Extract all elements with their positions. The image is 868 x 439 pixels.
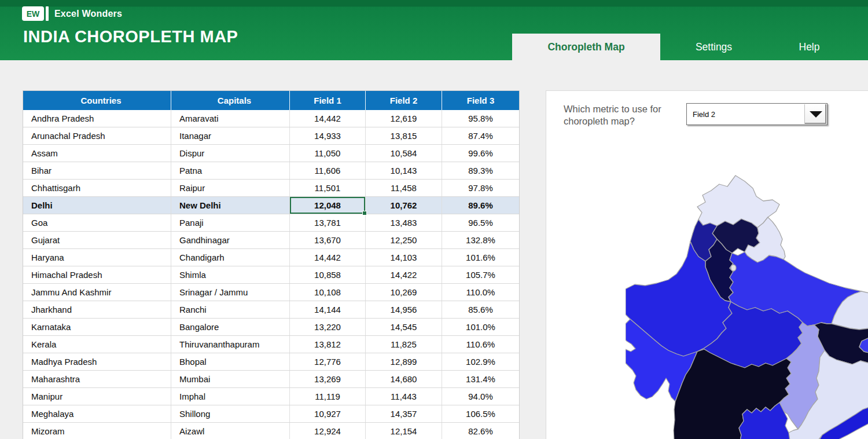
cell[interactable]: 96.5%	[442, 214, 519, 231]
cell[interactable]: Patna	[171, 162, 290, 179]
table-row-delhi[interactable]: DelhiNew Delhi12,04810,76289.6%	[23, 197, 519, 214]
cell[interactable]: 89.6%	[442, 197, 519, 214]
cell[interactable]: Kerala	[23, 336, 171, 353]
cell[interactable]: 13,220	[290, 319, 366, 335]
table-row-bihar[interactable]: BiharPatna11,60610,14389.3%	[23, 162, 519, 180]
cell[interactable]: 14,357	[366, 405, 442, 422]
cell[interactable]: 13,781	[290, 214, 366, 231]
cell[interactable]: 11,458	[366, 180, 442, 196]
cell[interactable]: Andhra Pradesh	[23, 110, 171, 127]
cell[interactable]: Madhya Pradesh	[23, 353, 171, 370]
cell[interactable]: 101.6%	[442, 249, 519, 266]
cell[interactable]: 10,858	[290, 266, 366, 283]
cell[interactable]: 101.0%	[442, 319, 519, 335]
cell[interactable]: 102.9%	[442, 353, 519, 370]
metric-dropdown-button[interactable]	[804, 104, 826, 124]
cell[interactable]: Bhopal	[171, 353, 290, 370]
cell[interactable]: 110.0%	[442, 284, 519, 301]
cell[interactable]: Assam	[23, 145, 171, 162]
table-row-kerala[interactable]: KeralaThiruvananthapuram13,81211,825110.…	[23, 336, 519, 353]
cell[interactable]: Delhi	[23, 197, 171, 214]
cell[interactable]: 106.5%	[442, 405, 519, 422]
cell[interactable]: 97.8%	[442, 180, 519, 196]
tab-choropleth-map[interactable]: Choropleth Map	[512, 34, 660, 60]
cell[interactable]: New Delhi	[171, 197, 290, 214]
table-row-meghalaya[interactable]: MeghalayaShillong10,92714,357106.5%	[23, 405, 519, 423]
cell[interactable]: 14,103	[366, 249, 442, 266]
table-row-jharkhand[interactable]: JharkhandRanchi14,14414,95685.6%	[23, 301, 519, 319]
tab-settings[interactable]: Settings	[660, 34, 767, 60]
cell[interactable]: Chhattisgarh	[23, 180, 171, 196]
cell[interactable]: 14,933	[290, 127, 366, 144]
cell[interactable]: 10,584	[366, 145, 442, 162]
cell[interactable]: Bihar	[23, 162, 171, 179]
cell[interactable]: Gujarat	[23, 232, 171, 248]
cell[interactable]: Shillong	[171, 405, 290, 422]
cell[interactable]: 85.6%	[442, 301, 519, 318]
cell[interactable]: Himachal Pradesh	[23, 266, 171, 283]
cell[interactable]: 89.3%	[442, 162, 519, 179]
cell[interactable]: 10,269	[366, 284, 442, 301]
column-header-countries[interactable]: Countries	[23, 91, 171, 110]
cell[interactable]: 10,108	[290, 284, 366, 301]
cell[interactable]: 13,670	[290, 232, 366, 248]
cell[interactable]: 14,545	[366, 319, 442, 335]
cell[interactable]: Amaravati	[171, 110, 290, 127]
cell[interactable]: 12,619	[366, 110, 442, 127]
cell[interactable]: Gandhinagar	[171, 232, 290, 248]
table-row-arunachal-pradesh[interactable]: Arunachal PradeshItanagar14,93313,81587.…	[23, 127, 519, 145]
cell[interactable]: 13,269	[290, 371, 366, 387]
table-row-jammu-and-kashmir[interactable]: Jammu And KashmirSrinagar / Jammu10,1081…	[23, 284, 519, 301]
cell[interactable]: 10,927	[290, 405, 366, 422]
cell[interactable]: 13,483	[366, 214, 442, 231]
cell[interactable]: 12,776	[290, 353, 366, 370]
map-state-delhi[interactable]	[731, 265, 736, 271]
table-row-goa[interactable]: GoaPanaji13,78113,48396.5%	[23, 214, 519, 232]
cell[interactable]: 14,442	[290, 249, 366, 266]
cell[interactable]: Dispur	[171, 145, 290, 162]
cell[interactable]: 99.6%	[442, 145, 519, 162]
column-header-field-2[interactable]: Field 2	[366, 91, 442, 110]
cell[interactable]: 12,048	[290, 197, 366, 214]
cell[interactable]: 12,154	[366, 423, 442, 439]
cell[interactable]: Goa	[23, 214, 171, 231]
table-row-madhya-pradesh[interactable]: Madhya PradeshBhopal12,77612,899102.9%	[23, 353, 519, 371]
column-header-field-1[interactable]: Field 1	[290, 91, 366, 110]
cell[interactable]: 82.6%	[442, 423, 519, 439]
cell[interactable]: 14,956	[366, 301, 442, 318]
cell[interactable]: 10,143	[366, 162, 442, 179]
cell[interactable]: Chandigarh	[171, 249, 290, 266]
cell[interactable]: 13,812	[290, 336, 366, 353]
cell[interactable]: Imphal	[171, 388, 290, 405]
cell[interactable]: 11,443	[366, 388, 442, 405]
cell[interactable]: Aizawl	[171, 423, 290, 439]
cell[interactable]: 105.7%	[442, 266, 519, 283]
table-row-karnataka[interactable]: KarnatakaBangalore13,22014,545101.0%	[23, 319, 519, 336]
table-row-himachal-pradesh[interactable]: Himachal PradeshShimla10,85814,422105.7%	[23, 266, 519, 284]
cell[interactable]: Panaji	[171, 214, 290, 231]
cell[interactable]: Srinagar / Jammu	[171, 284, 290, 301]
cell[interactable]: Haryana	[23, 249, 171, 266]
table-row-manipur[interactable]: ManipurImphal11,11911,44394.0%	[23, 388, 519, 405]
table-row-gujarat[interactable]: GujaratGandhinagar13,67012,250132.8%	[23, 232, 519, 249]
cell[interactable]: 95.8%	[442, 110, 519, 127]
cell[interactable]: 13,815	[366, 127, 442, 144]
cell[interactable]: Jammu And Kashmir	[23, 284, 171, 301]
cell[interactable]: 11,606	[290, 162, 366, 179]
cell[interactable]: Karnataka	[23, 319, 171, 335]
cell[interactable]: 110.6%	[442, 336, 519, 353]
cell[interactable]: 12,899	[366, 353, 442, 370]
cell[interactable]: Mizoram	[23, 423, 171, 439]
tab-help[interactable]: Help	[767, 34, 851, 60]
column-header-capitals[interactable]: Capitals	[171, 91, 290, 110]
cell[interactable]: Jharkhand	[23, 301, 171, 318]
cell[interactable]: Itanagar	[171, 127, 290, 144]
cell[interactable]: 131.4%	[442, 371, 519, 387]
cell[interactable]: Ranchi	[171, 301, 290, 318]
cell[interactable]: 10,762	[366, 197, 442, 214]
table-row-maharashtra[interactable]: MaharashtraMumbai13,26914,680131.4%	[23, 371, 519, 388]
cell[interactable]: 11,050	[290, 145, 366, 162]
cell[interactable]: 11,825	[366, 336, 442, 353]
table-row-assam[interactable]: AssamDispur11,05010,58499.6%	[23, 145, 519, 162]
cell[interactable]: Maharashtra	[23, 371, 171, 387]
